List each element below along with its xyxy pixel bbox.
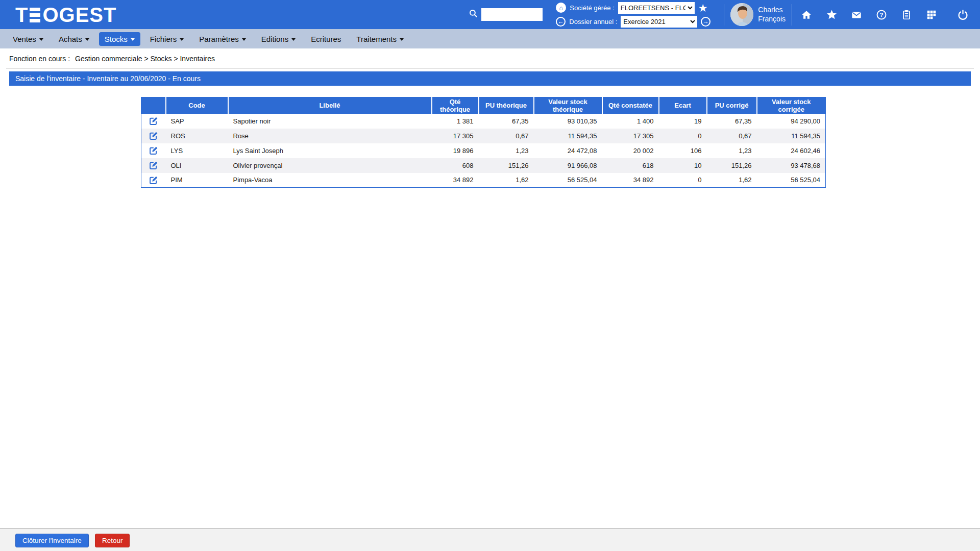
app-logo: T OGEST (15, 5, 116, 25)
cell-valeur-stock-theorique: 56 525,04 (534, 173, 602, 188)
edit-row-icon[interactable] (149, 116, 159, 126)
apps-grid-icon[interactable] (925, 9, 938, 21)
menu-traitements[interactable]: Traitements (351, 32, 409, 46)
cell-qte-constatee: 618 (602, 158, 659, 173)
table-header-row: Code Libellé Qté théorique PU théorique … (141, 97, 826, 114)
header-divider (792, 4, 792, 26)
context-selectors: ⌂ Société gérée : FLOREETSENS - FLOR ★ ←… (556, 2, 710, 28)
search-input[interactable] (481, 8, 543, 21)
mail-icon[interactable] (850, 9, 863, 21)
cell-valeur-stock-corrigee: 11 594,35 (757, 129, 826, 143)
edit-row-icon[interactable] (149, 131, 159, 141)
edit-row-icon[interactable] (149, 160, 159, 170)
cell-libelle: Lys Saint Joseph (228, 143, 432, 158)
inventory-table: Code Libellé Qté théorique PU théorique … (141, 97, 826, 188)
cell-pu-theorique: 67,35 (479, 114, 534, 129)
cell-valeur-stock-corrigee: 24 602,46 (757, 143, 826, 158)
cell-pu-theorique: 1,62 (479, 173, 534, 188)
breadcrumb-prefix: Fonction en cours : (9, 55, 70, 63)
header-pu-corrige: PU corrigé (707, 97, 757, 114)
logo-letter-t: T (15, 5, 28, 25)
menu-ventes[interactable]: Ventes (7, 32, 49, 46)
menu-ecritures[interactable]: Ecritures (305, 32, 347, 46)
cell-code: SAP (166, 114, 228, 129)
cell-pu-theorique: 1,23 (479, 143, 534, 158)
user-block[interactable]: Charles François (730, 3, 786, 26)
fiscal-year-select[interactable]: Exercice 2021 (621, 16, 697, 28)
company-select[interactable]: FLOREETSENS - FLOR (618, 2, 695, 14)
chevron-down-icon (180, 38, 184, 41)
cell-valeur-stock-corrigee: 93 478,68 (757, 158, 826, 173)
menu-achats[interactable]: Achats (53, 32, 95, 46)
favorite-star-icon[interactable]: ★ (698, 3, 708, 13)
cell-qte-constatee: 34 892 (602, 173, 659, 188)
logo-stylized-e (30, 8, 40, 22)
cell-pu-corrige: 0,67 (707, 129, 757, 143)
header-pu-theorique: PU théorique (479, 97, 534, 114)
next-year-icon[interactable]: → (701, 17, 710, 27)
chevron-down-icon (131, 38, 135, 41)
company-home-icon[interactable]: ⌂ (556, 3, 566, 13)
cell-pu-corrige: 151,26 (707, 158, 757, 173)
cell-qte-theorique: 34 892 (432, 173, 479, 188)
back-button[interactable]: Retour (95, 534, 130, 547)
header-code: Code (166, 97, 228, 114)
header-ecart: Ecart (659, 97, 707, 114)
menu-stocks[interactable]: Stocks (99, 32, 140, 46)
notes-icon[interactable] (900, 9, 913, 21)
menu-fichiers[interactable]: Fichiers (144, 32, 190, 46)
breadcrumb: Fonction en cours : Gestion commerciale … (0, 48, 980, 68)
header-icon-bar: ? (800, 9, 969, 21)
user-avatar[interactable] (730, 3, 753, 26)
top-header: T OGEST ⌂ Société gérée : FLOREETSENS - … (0, 0, 980, 29)
header-valeur-stock-corrigee: Valeur stock corrigée (757, 97, 826, 114)
help-icon[interactable]: ? (875, 9, 888, 21)
chevron-down-icon (242, 38, 246, 41)
edit-row-icon[interactable] (149, 145, 159, 156)
chevron-down-icon (85, 38, 89, 41)
cell-code: ROS (166, 129, 228, 143)
cell-qte-theorique: 608 (432, 158, 479, 173)
cell-code: OLI (166, 158, 228, 173)
main-menu: Ventes Achats Stocks Fichiers Paramètres… (0, 29, 980, 48)
cell-pu-theorique: 151,26 (479, 158, 534, 173)
breadcrumb-divider (6, 68, 974, 68)
table-row: LYS Lys Saint Joseph 19 896 1,23 24 472,… (141, 143, 826, 158)
cell-qte-theorique: 17 305 (432, 129, 479, 143)
star-icon[interactable] (825, 9, 838, 21)
cell-pu-corrige: 1,62 (707, 173, 757, 188)
menu-parametres[interactable]: Paramètres (193, 32, 252, 46)
cell-code: PIM (166, 173, 228, 188)
cell-qte-theorique: 19 896 (432, 143, 479, 158)
cell-valeur-stock-theorique: 24 472,08 (534, 143, 602, 158)
cell-libelle: Rose (228, 129, 432, 143)
cell-libelle: Olivier provençal (228, 158, 432, 173)
user-name: Charles François (758, 6, 786, 23)
logo-rest: OGEST (42, 5, 116, 25)
cell-code: LYS (166, 143, 228, 158)
footer-bar: Clôturer l'inventaire Retour (0, 529, 980, 551)
cell-ecart: 0 (659, 129, 707, 143)
fiscal-year-row: ← Dossier annuel : Exercice 2021 → (556, 16, 710, 28)
cell-valeur-stock-theorique: 91 966,08 (534, 158, 602, 173)
cell-pu-corrige: 67,35 (707, 114, 757, 129)
header-libelle: Libellé (228, 97, 432, 114)
header-divider (724, 4, 724, 26)
power-icon[interactable] (957, 9, 969, 21)
inventory-table-container: Code Libellé Qté théorique PU théorique … (141, 97, 980, 188)
cell-qte-constatee: 1 400 (602, 114, 659, 129)
previous-year-icon[interactable]: ← (556, 17, 566, 27)
close-inventory-button[interactable]: Clôturer l'inventaire (15, 534, 89, 547)
cell-qte-theorique: 1 381 (432, 114, 479, 129)
chevron-down-icon (291, 38, 296, 41)
cell-ecart: 19 (659, 114, 707, 129)
home-icon[interactable] (800, 9, 813, 21)
search-icon (469, 9, 478, 20)
header-valeur-stock-theorique: Valeur stock théorique (534, 97, 602, 114)
cell-libelle: Sapotier noir (228, 114, 432, 129)
cell-qte-constatee: 20 002 (602, 143, 659, 158)
header-qte-theorique: Qté théorique (432, 97, 479, 114)
menu-editions[interactable]: Editions (256, 32, 301, 46)
chevron-down-icon (400, 38, 404, 41)
edit-row-icon[interactable] (149, 175, 159, 185)
